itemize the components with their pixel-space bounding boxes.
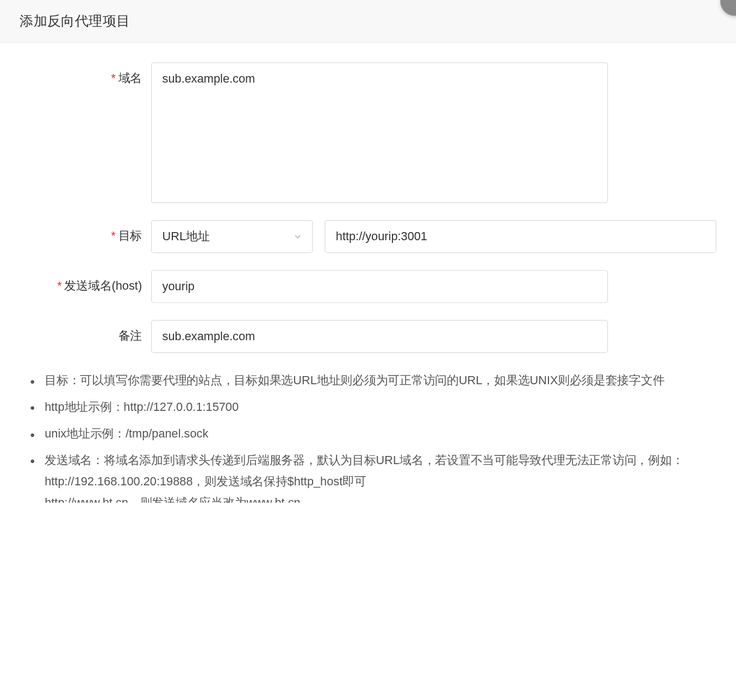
form-row-target: *目标 URL地址 (20, 220, 716, 253)
required-marker: * (111, 229, 115, 242)
help-item-http-example: http地址示例：http://127.0.0.1:15700 (26, 396, 716, 417)
form-row-send-host: *发送域名(host) (20, 270, 716, 303)
chevron-down-icon (294, 233, 302, 241)
remark-input[interactable] (151, 320, 608, 353)
dialog-header: 添加反向代理项目 (0, 0, 736, 43)
target-type-select[interactable]: URL地址 (151, 220, 313, 253)
help-item-unix-example: unix地址示例：/tmp/panel.sock (26, 423, 716, 444)
help-list: 目标：可以填写你需要代理的站点，目标如果选URL地址则必须为可正常访问的URL，… (20, 370, 716, 503)
close-icon[interactable] (720, 0, 736, 16)
dialog-title: 添加反向代理项目 (20, 12, 716, 30)
send-host-input[interactable] (151, 270, 608, 303)
target-label: *目标 (20, 220, 151, 244)
form-row-domain: *域名 (20, 62, 716, 203)
required-marker: * (111, 72, 115, 85)
add-reverse-proxy-dialog: 添加反向代理项目 *域名 *目标 URL地址 (0, 0, 736, 503)
form-row-remark: 备注 (20, 320, 716, 353)
help-item-target: 目标：可以填写你需要代理的站点，目标如果选URL地址则必须为可正常访问的URL，… (26, 370, 716, 391)
domain-textarea[interactable] (151, 62, 608, 203)
required-marker: * (57, 279, 61, 292)
domain-label: *域名 (20, 62, 151, 86)
send-host-label: *发送域名(host) (20, 270, 151, 294)
dialog-body: *域名 *目标 URL地址 *发送域名(host) (0, 43, 736, 503)
remark-label: 备注 (20, 320, 151, 344)
target-type-value: URL地址 (163, 229, 210, 245)
help-item-send-host: 发送域名：将域名添加到请求头传递到后端服务器，默认为目标URL域名，若设置不当可… (26, 449, 716, 503)
target-url-input[interactable] (325, 220, 716, 253)
